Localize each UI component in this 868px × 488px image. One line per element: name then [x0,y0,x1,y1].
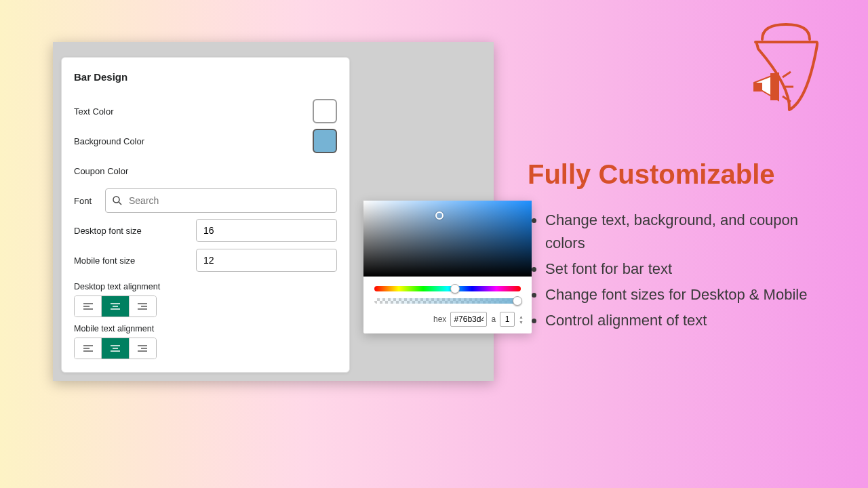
align-left-icon [83,345,93,352]
svg-line-20 [783,72,791,77]
align-center-icon [111,345,120,352]
mobile-font-size-label: Mobile font size [74,256,196,266]
desktop-font-size-row: Desktop font size [74,216,337,245]
alpha-input[interactable] [500,312,515,327]
card-title: Bar Design [74,71,337,83]
format-stepper[interactable]: ▲ ▼ [519,314,524,325]
settings-screenshot: Bar Design Text Color Background Color C… [53,42,494,381]
promo-bullet: Change font sizes for Desktop & Mobile [545,283,840,306]
mobile-align-left[interactable] [75,338,102,359]
hex-input[interactable] [450,312,487,327]
mobile-font-size-input[interactable] [196,249,337,272]
font-row: Font [74,186,337,216]
alpha-label: a [491,314,496,324]
mobile-align-seg [74,338,157,359]
font-search-wrap[interactable] [105,188,337,213]
chevron-down-icon[interactable]: ▼ [519,320,524,325]
chevron-up-icon[interactable]: ▲ [519,314,524,319]
desktop-align-label: Desktop text alignment [74,282,337,291]
svg-line-1 [119,202,121,205]
promo-bullets: Change text, background, and coupon colo… [528,209,840,332]
text-color-label: Text Color [74,106,196,117]
promo-heading: Fully Customizable [528,159,840,190]
align-center-icon [111,303,120,310]
hue-thumb[interactable] [450,284,460,293]
mobile-align-label: Mobile text alignment [74,324,337,333]
alpha-thumb[interactable] [513,296,522,306]
align-left-icon [83,303,93,310]
background-color-row: Background Color [74,126,337,156]
text-color-row: Text Color [74,96,337,126]
coupon-color-row: Coupon Color [74,156,337,186]
color-picker: hex a ▲ ▼ [363,201,532,333]
promo-bullet: Change text, background, and coupon colo… [545,209,840,255]
saturation-field[interactable] [363,201,532,277]
background-color-swatch[interactable] [313,129,337,153]
text-color-swatch[interactable] [313,99,337,123]
hex-label: hex [433,314,446,324]
promo-copy: Fully Customizable Change text, backgrou… [528,159,840,335]
hue-slider[interactable] [374,286,521,291]
bar-design-card: Bar Design Text Color Background Color C… [61,57,350,373]
alpha-slider[interactable] [374,298,521,304]
background-color-label: Background Color [74,136,196,146]
desktop-align-right[interactable] [130,296,156,317]
font-label: Font [74,196,105,206]
mobile-font-size-row: Mobile font size [74,245,337,275]
mobile-align-center[interactable] [102,338,129,359]
promo-bullet: Control alignment of text [545,309,840,332]
desktop-align-left[interactable] [75,296,102,317]
hex-row: hex a ▲ ▼ [363,304,532,333]
svg-point-0 [113,197,119,203]
desktop-font-size-input[interactable] [196,219,337,242]
mobile-align-right[interactable] [130,338,156,359]
search-icon [111,195,123,207]
desktop-align-center[interactable] [102,296,129,317]
align-right-icon [138,345,147,352]
align-right-icon [138,303,147,310]
shopping-bag-megaphone-icon [742,19,830,114]
saturation-cursor[interactable] [435,211,443,220]
coupon-color-label: Coupon Color [74,166,196,176]
desktop-font-size-label: Desktop font size [74,226,196,236]
desktop-align-seg [74,296,157,317]
font-search-input[interactable] [129,195,331,206]
promo-bullet: Set font for bar text [545,258,840,281]
app-logo [742,19,830,114]
